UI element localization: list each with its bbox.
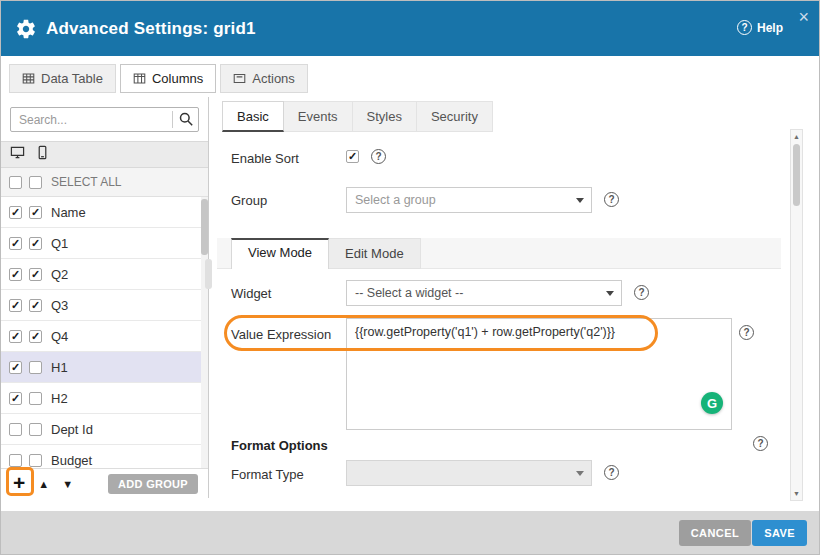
format-type-label: Format Type xyxy=(231,467,304,482)
tab-events[interactable]: Events xyxy=(284,101,353,132)
save-button[interactable]: SAVE xyxy=(752,520,807,546)
help-icon[interactable]: ? xyxy=(753,436,768,451)
column-list: ✓✓Name✓✓Q1✓✓Q2✓✓Q3✓✓Q4✓H1✓H2Dept IdBudge… xyxy=(1,197,208,468)
value-expression-label: Value Expression xyxy=(231,327,331,342)
column-label: Q3 xyxy=(51,298,68,313)
close-icon[interactable]: × xyxy=(798,8,809,26)
move-up-button[interactable]: ▲ xyxy=(38,478,49,490)
group-dropdown-value: Select a group xyxy=(355,193,436,207)
tab-security[interactable]: Security xyxy=(417,101,493,132)
help-icon[interactable]: ? xyxy=(634,285,649,300)
tab-label: Columns xyxy=(152,71,203,86)
desktop-icon[interactable] xyxy=(10,145,25,164)
column-checkbox-mobile[interactable] xyxy=(29,392,42,405)
column-row-q4[interactable]: ✓✓Q4 xyxy=(1,321,208,352)
help-icon[interactable]: ? xyxy=(604,465,619,480)
group-label: Group xyxy=(231,193,267,208)
property-tabs: Basic Events Styles Security xyxy=(222,101,493,132)
column-checkbox-desktop[interactable]: ✓ xyxy=(9,392,22,405)
format-options-heading: Format Options xyxy=(231,438,328,453)
column-row-h1[interactable]: ✓H1 xyxy=(1,352,208,383)
column-row-q2[interactable]: ✓✓Q2 xyxy=(1,259,208,290)
list-scrollbar-thumb[interactable] xyxy=(201,199,208,255)
help-icon[interactable]: ? xyxy=(604,192,619,207)
column-checkbox-mobile[interactable] xyxy=(29,454,42,467)
columns-icon xyxy=(133,72,146,85)
column-row-name[interactable]: ✓✓Name xyxy=(1,197,208,228)
column-row-budget[interactable]: Budget xyxy=(1,445,208,468)
group-dropdown[interactable]: Select a group xyxy=(346,187,592,213)
help-button[interactable]: ? Help xyxy=(737,20,783,35)
column-checkbox-desktop[interactable]: ✓ xyxy=(9,206,22,219)
dialog-header: Advanced Settings: grid1 ? Help × xyxy=(1,1,819,56)
widget-dropdown[interactable]: -- Select a widget -- xyxy=(346,280,622,306)
scroll-up-icon[interactable]: ▲ xyxy=(791,133,802,140)
column-row-dept-id[interactable]: Dept Id xyxy=(1,414,208,445)
format-type-dropdown[interactable] xyxy=(346,460,592,486)
column-row-h2[interactable]: ✓H2 xyxy=(1,383,208,414)
value-expression-input[interactable]: {{row.getProperty('q1') + row.getPropert… xyxy=(346,318,732,430)
select-all-checkbox-desktop[interactable] xyxy=(9,176,22,189)
content-scrollbar-thumb[interactable] xyxy=(793,144,800,206)
tab-columns[interactable]: Columns xyxy=(120,64,216,93)
column-checkbox-desktop[interactable]: ✓ xyxy=(9,268,22,281)
scroll-down-icon[interactable]: ▼ xyxy=(791,490,802,497)
search-bar xyxy=(1,97,208,141)
tab-edit-mode[interactable]: Edit Mode xyxy=(329,238,421,269)
column-checkbox-mobile[interactable]: ✓ xyxy=(29,237,42,250)
column-checkbox-mobile[interactable]: ✓ xyxy=(29,299,42,312)
grammarly-icon[interactable]: G xyxy=(701,392,723,414)
dropdown-caret-icon xyxy=(576,198,584,203)
enable-sort-checkbox[interactable]: ✓ xyxy=(346,150,359,163)
help-label: Help xyxy=(757,21,783,35)
search-input[interactable] xyxy=(10,107,199,132)
column-checkbox-mobile[interactable]: ✓ xyxy=(29,268,42,281)
search-icon[interactable] xyxy=(178,111,194,127)
enable-sort-label: Enable Sort xyxy=(231,151,299,166)
widget-dropdown-value: -- Select a widget -- xyxy=(355,286,463,300)
column-row-q1[interactable]: ✓✓Q1 xyxy=(1,228,208,259)
tab-view-mode[interactable]: View Mode xyxy=(231,238,329,269)
dialog-title: Advanced Settings: grid1 xyxy=(46,19,256,39)
mobile-icon[interactable] xyxy=(35,145,50,164)
content-scrollbar[interactable]: ▲ ▼ xyxy=(790,129,803,501)
column-label: H2 xyxy=(51,391,68,406)
add-group-button[interactable]: ADD GROUP xyxy=(108,474,198,494)
column-checkbox-desktop[interactable]: ✓ xyxy=(9,361,22,374)
select-all-checkbox-mobile[interactable] xyxy=(29,176,42,189)
move-down-button[interactable]: ▼ xyxy=(62,478,73,490)
tab-styles[interactable]: Styles xyxy=(353,101,417,132)
main-tabs: Data Table Columns Actions xyxy=(9,64,308,93)
list-scrollbar[interactable] xyxy=(201,197,208,468)
gear-icon xyxy=(15,18,37,40)
column-checkbox-mobile[interactable]: ✓ xyxy=(29,206,42,219)
help-icon[interactable]: ? xyxy=(371,149,386,164)
tab-label: Data Table xyxy=(41,71,103,86)
widget-label: Widget xyxy=(231,286,271,301)
column-checkbox-desktop[interactable]: ✓ xyxy=(9,299,22,312)
column-checkbox-mobile[interactable] xyxy=(29,361,42,374)
column-checkbox-mobile[interactable] xyxy=(29,423,42,436)
add-column-button[interactable]: + xyxy=(13,472,25,493)
column-checkbox-desktop[interactable]: ✓ xyxy=(9,330,22,343)
tab-data-table[interactable]: Data Table xyxy=(9,64,116,93)
splitter-grip[interactable] xyxy=(205,259,212,289)
tab-actions[interactable]: Actions xyxy=(220,64,308,93)
column-checkbox-desktop[interactable] xyxy=(9,423,22,436)
dropdown-caret-icon xyxy=(576,471,584,476)
select-all-row: SELECT ALL xyxy=(1,168,208,197)
select-all-label: SELECT ALL xyxy=(51,175,122,189)
column-label: Q4 xyxy=(51,329,68,344)
column-checkbox-mobile[interactable]: ✓ xyxy=(29,330,42,343)
column-checkbox-desktop[interactable]: ✓ xyxy=(9,237,22,250)
advanced-settings-dialog: Advanced Settings: grid1 ? Help × Data T… xyxy=(0,0,820,555)
column-label: Q1 xyxy=(51,236,68,251)
tab-basic[interactable]: Basic xyxy=(222,101,284,132)
column-row-q3[interactable]: ✓✓Q3 xyxy=(1,290,208,321)
help-icon[interactable]: ? xyxy=(739,325,754,340)
column-label: H1 xyxy=(51,360,68,375)
column-checkbox-desktop[interactable] xyxy=(9,454,22,467)
data-table-icon xyxy=(22,72,35,85)
cancel-button[interactable]: CANCEL xyxy=(679,520,751,546)
dialog-footer: CANCEL SAVE xyxy=(1,511,819,554)
